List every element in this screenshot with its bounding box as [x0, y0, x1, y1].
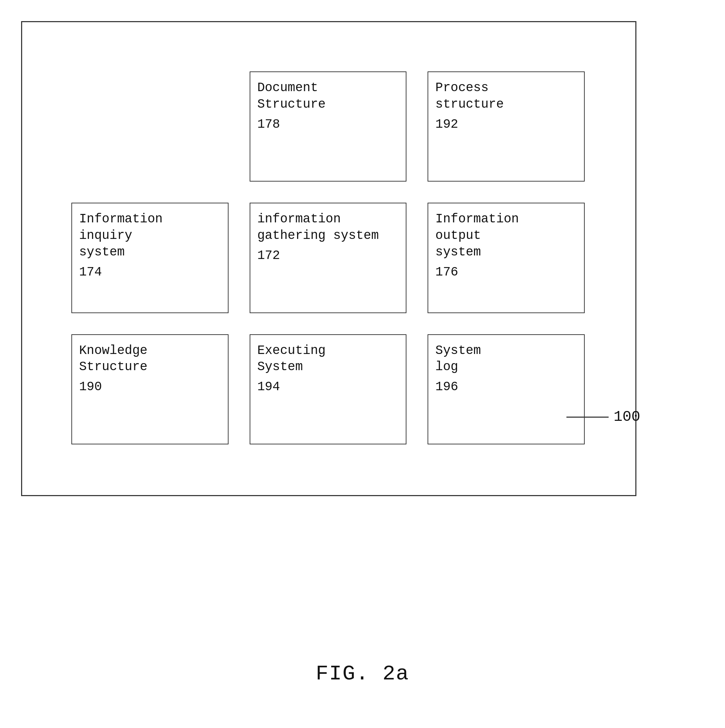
process-structure-number: 192 — [435, 116, 458, 133]
box-executing-system: ExecutingSystem 194 — [250, 334, 407, 444]
arrow-container: 100 — [566, 407, 640, 427]
document-structure-number: 178 — [257, 116, 280, 133]
process-structure-label: Processstructure — [435, 80, 504, 113]
box-information-output-system: Informationoutputsystem 176 100 — [427, 203, 585, 313]
box-empty-top-left — [72, 72, 229, 182]
figure-caption: FIG. 2a — [316, 662, 409, 686]
information-output-system-number: 176 — [435, 264, 458, 281]
box-system-log: Systemlog 196 — [427, 334, 585, 444]
box-process-structure: Processstructure 192 — [427, 72, 585, 182]
diagram-area: Document Structure 178 Processstructure … — [21, 21, 636, 496]
knowledge-structure-number: 190 — [79, 379, 102, 396]
box-document-structure: Document Structure 178 — [250, 72, 407, 182]
box-information-gathering-system: informationgathering system 172 — [250, 203, 407, 313]
information-gathering-system-label: informationgathering system — [257, 211, 379, 244]
box-information-inquiry-system: Informationinquirysystem 174 — [72, 203, 229, 313]
grid-layout: Document Structure 178 Processstructure … — [50, 50, 606, 465]
arrow-line — [566, 417, 609, 418]
system-log-number: 196 — [435, 379, 458, 396]
diagram-number-label: 100 — [614, 407, 640, 427]
information-gathering-system-number: 172 — [257, 248, 280, 264]
box-knowledge-structure: KnowledgeStructure 190 — [72, 334, 229, 444]
document-structure-label: Document Structure — [257, 80, 325, 113]
information-output-system-label: Informationoutputsystem — [435, 211, 519, 260]
system-log-label: Systemlog — [435, 343, 481, 376]
executing-system-number: 194 — [257, 379, 280, 396]
information-inquiry-system-label: Informationinquirysystem — [79, 211, 163, 260]
knowledge-structure-label: KnowledgeStructure — [79, 343, 147, 376]
executing-system-label: ExecutingSystem — [257, 343, 325, 376]
information-inquiry-system-number: 174 — [79, 264, 102, 281]
page-container: Document Structure 178 Processstructure … — [0, 0, 725, 728]
